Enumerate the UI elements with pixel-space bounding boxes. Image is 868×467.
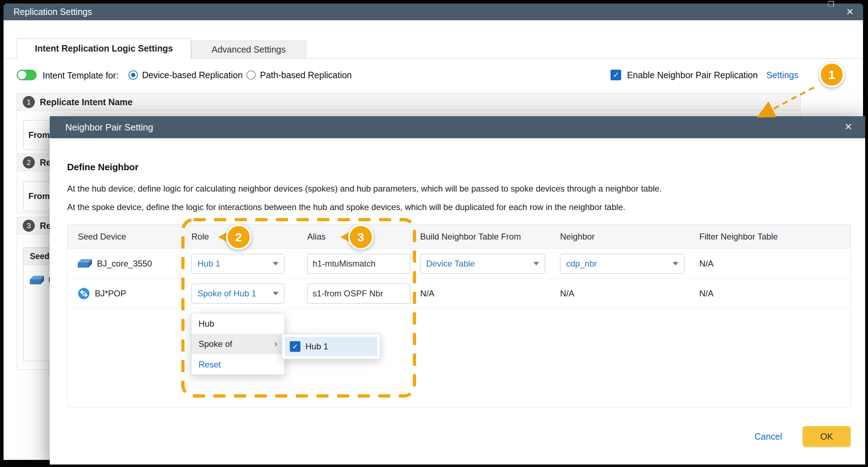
column-header-filter-neighbor-table: Filter Neighbor Table [689,232,850,242]
filter-neighbor-value: N/A [689,259,850,269]
role-select[interactable]: Spoke of Hub 1 [191,284,284,304]
table-header-row: Seed Device Role Alias Build Neighbor Ta… [67,225,850,249]
column-header-build-neighbor-table-from: Build Neighbor Table From [410,232,550,242]
table-row: BJ*POP Spoke of Hub 1 N/A N/A N/A [67,279,850,308]
build-neighbor-table-from-select[interactable]: Device Table [420,254,545,274]
role-value: Hub 1 [197,259,220,269]
chevron-right-icon: › [274,338,277,349]
chevron-down-icon [673,262,678,265]
role-dropdown-menu: Hub Spoke of › Reset [191,313,285,375]
neighbor-pair-setting-dialog: Neighbor Pair Setting ✕ Define Neighbor … [50,116,865,465]
from-label: From [28,130,50,140]
switch-device-icon [78,258,92,269]
menu-item-spoke-of[interactable]: Spoke of › [191,334,284,354]
role-cell: Spoke of Hub 1 [181,284,297,304]
column-header-neighbor: Neighbor [550,232,689,242]
hub1-checkbox[interactable]: ✓ [290,341,300,352]
neighbor-select[interactable]: cdp_nbr [560,254,684,274]
radio-label: Device-based Replication [142,70,243,80]
menu-item-label: Reset [199,360,221,370]
build-from-value: Device Table [426,259,475,269]
screen-background: ❐ Replication Settings ✕ Intent Replicat… [0,0,868,467]
neighbor-value: cdp_nbr [566,259,597,269]
device-name: BJ_core_3550 [97,259,152,269]
switch-device-icon [30,275,44,286]
neighbor-pair-controls: ✓ Enable Neighbor Pair Replication Setti… [611,70,798,80]
neighbor-table: Seed Device Role Alias Build Neighbor Ta… [67,224,851,407]
tab-intent-replication-logic-settings[interactable]: Intent Replication Logic Settings [17,38,191,59]
section-header: 1 Replicate Intent Name [17,93,800,111]
dialog-footer: Cancel OK [50,425,865,448]
section-number-badge: 1 [23,96,35,108]
chevron-down-icon [273,292,278,295]
section-title: Replicate Intent Name [40,97,132,107]
radio-device-based-replication[interactable]: Device-based Replication [129,70,243,80]
dialog-title: Neighbor Pair Setting [65,122,153,133]
menu-item-reset[interactable]: Reset [191,354,284,375]
check-icon: ✓ [613,71,619,79]
seed-header-label: Seed [30,252,49,261]
seed-device-cell: BJ*POP [67,288,181,300]
role-cell: Hub 1 [181,254,297,274]
tab-label: Intent Replication Logic Settings [35,43,173,54]
check-icon: ✓ [292,342,298,351]
build-from-cell: Device Table [410,254,550,274]
define-neighbor-heading: Define Neighbor [67,162,139,173]
alias-input[interactable] [307,254,410,274]
intent-template-toggle[interactable] [17,70,37,80]
role-value: Spoke of Hub 1 [197,289,256,299]
radio-path-based-replication[interactable]: Path-based Replication [246,70,352,80]
column-header-role: Role [181,232,297,242]
close-icon[interactable]: ✕ [844,121,852,133]
menu-item-label: Hub [199,319,214,329]
ok-label: OK [820,431,833,442]
submenu-item-hub-1[interactable]: ✓ Hub 1 [285,337,377,356]
alias-cell [297,254,410,274]
tab-advanced-settings[interactable]: Advanced Settings [191,41,306,58]
neighbor-cell: cdp_nbr [550,254,689,274]
ok-button[interactable]: OK [803,426,851,447]
toggle-knob [18,71,26,79]
spoke-of-submenu: ✓ Hub 1 [282,334,380,359]
hub-description: At the hub device, define logic for calc… [67,184,662,194]
dialog-titlebar: Replication Settings [4,4,863,20]
callout-number: 1 [829,68,835,82]
submenu-item-label: Hub 1 [305,342,328,351]
role-select[interactable]: Hub 1 [191,254,284,274]
from-label: From [28,191,50,201]
enable-neighbor-pair-checkbox[interactable]: ✓ [611,70,621,80]
settings-link[interactable]: Settings [766,70,798,80]
menu-item-label: Spoke of [199,339,232,349]
close-icon[interactable]: ✕ [846,6,854,17]
radio-unselected-icon [246,70,256,80]
cancel-button[interactable]: Cancel [754,431,782,442]
section-number-badge: 3 [23,220,35,232]
neighbor-value: N/A [550,289,689,299]
radio-label: Path-based Replication [260,70,352,80]
alias-cell [297,284,410,304]
dialog-title: Replication Settings [13,7,92,17]
seed-device-cell: BJ_core_3550 [67,258,181,269]
chevron-down-icon [273,262,278,265]
filter-neighbor-value: N/A [689,289,850,299]
step-1-callout-badge: 1 [819,62,845,87]
menu-item-hub[interactable]: Hub [191,313,284,334]
window-restore-icon[interactable]: ❐ [828,0,834,9]
alias-input[interactable] [307,284,410,304]
table-row: BJ_core_3550 Hub 1 Device Table [67,249,850,279]
chevron-down-icon [533,262,539,265]
tab-label: Advanced Settings [212,44,286,55]
spoke-description: At the spoke device, define the logic fo… [67,202,625,212]
build-from-value: N/A [410,289,550,299]
section-number-badge: 2 [23,156,35,168]
column-header-alias: Alias [297,232,410,242]
dialog-titlebar: Neighbor Pair Setting [50,116,865,138]
radio-selected-icon [129,70,138,80]
enable-neighbor-pair-label: Enable Neighbor Pair Replication [627,70,758,80]
column-header-seed-device: Seed Device [67,232,181,242]
device-name: BJ*POP [95,289,126,299]
router-device-icon [78,288,90,300]
intent-template-label: Intent Template for: [43,70,119,80]
